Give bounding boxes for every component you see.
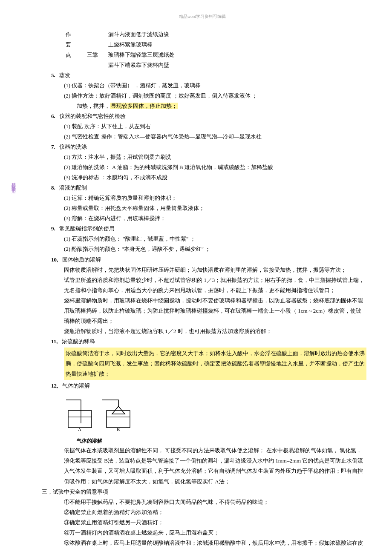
cell: 点	[64, 50, 85, 60]
item-title: 常见酸碱指示剂的使用	[59, 225, 115, 232]
cell	[64, 60, 85, 70]
cell: 上烧杯紧靠玻璃棒	[107, 40, 366, 50]
highlight: 显现较多固体，停止加热；	[110, 103, 178, 109]
item-title: 仪器的洗涤	[59, 144, 87, 150]
item-number: 12,	[51, 382, 58, 389]
sub-line: (3) 洗净的标志 ：水膜均匀，不成滴不成股	[64, 172, 366, 183]
item-number: 7.	[51, 144, 55, 150]
bullet: ④万一酒精灯内的酒精洒在桌上燃烧起来，应马上用湿布盖灭；	[64, 528, 366, 538]
paragraph-highlight: 浓硫酸简洁溶于水，同时放出大量热，它的密度又大于水；如将水注入酸中，水会浮在硫酸…	[64, 348, 366, 380]
paragraph: 烧杯里溶解物质时，用玻璃棒在烧杯中绕圈搅动，搅动时不要使玻璃棒和器壁撞击，以防止…	[64, 296, 366, 326]
sub-line: (2) 气密性检查 操作：管端入水—使容器内气体受热—显现气泡—冷却—显现水柱	[64, 132, 366, 142]
item-5: 5. 蒸发	[51, 70, 366, 80]
sub-line: (3) 溶解：在烧杯内进行，用玻璃棒搅拌；	[64, 213, 366, 224]
sub-line: (1) 仪器：铁架台（带铁圈） ，酒精灯，蒸发皿，玻璃棒	[64, 80, 366, 91]
item-8: 8. 溶液的配制	[51, 183, 366, 193]
diagram-caption: 气体的溶解	[77, 436, 366, 445]
cell	[85, 29, 107, 40]
item-number: 10,	[51, 256, 58, 263]
bullet: ①不能用手接触药品，不要把鼻孔凑到容器口去闻药品的气味，不得尝药品的味道；	[64, 497, 366, 507]
svg-rect-3	[107, 411, 130, 428]
cell	[85, 40, 107, 50]
cell	[85, 60, 107, 70]
bullet: ②确定禁止向燃着的酒精灯内添加酒精；	[64, 507, 366, 517]
cell: 漏斗下端紧靠下烧杯内壁	[107, 60, 366, 70]
item-title: 仪器的装配和气密性的检验	[59, 113, 126, 119]
sub-line: (1) 石蕊指示剂的颜色： "酸里红，碱里蓝，中性紫" ；	[64, 234, 366, 244]
item-number: 11,	[51, 338, 58, 345]
highlight-block: 浓硫酸简洁溶于水，同时放出大量热，它的密度又大于水；如将水注入酸中，水会浮在硫酸…	[64, 348, 366, 380]
sub-line: (2) 称量或量取：用托盘天平称量固体，用量筒量取液体；	[64, 203, 366, 213]
item-number: 8.	[51, 184, 55, 191]
page-header: 精品word学习资料可编辑	[38, 13, 366, 21]
item-11: 11, 浓硫酸的稀释	[51, 336, 366, 347]
item-title: 蒸发	[59, 72, 70, 78]
paragraph: 烧瓶溶解物质时，当溶液不超过烧瓶容积 1／2 时，也可用振荡方法加速溶质的溶解；	[64, 326, 366, 336]
sub-line: 加热，搅拌，显现较多固体，停止加热；	[77, 101, 366, 111]
gas-dissolve-diagram: A B	[64, 394, 141, 432]
item-title: 溶液的配制	[59, 184, 87, 191]
item-title: 气体的溶解	[62, 382, 90, 389]
sub-line: (1) 装配 次序：从下往上，从左到右	[64, 121, 366, 132]
item-10: 10, 固体物质的溶解	[51, 255, 366, 265]
paragraph: 试管里所盛的溶质和溶剂总量较少时，不超过试管容积的 1／3；就用振荡的方法；用右…	[64, 275, 366, 296]
requirement-table: 作 漏斗内液面低于滤纸边缘 要 上烧杯紧靠玻璃棒 点 三靠 玻璃棒下端轻靠三层滤…	[64, 29, 366, 70]
paragraph: 固体物质溶解时，先把块状固体用研钵压碎并研细；为加快溶质在溶剂里的溶解，常接受加…	[64, 265, 366, 275]
cell: 要	[64, 40, 85, 50]
svg-text:B: B	[117, 427, 120, 432]
item-number: 5.	[51, 72, 55, 78]
bullet: ⑤浓酸洒在桌上时，应马上用适量的碳酸钠溶液中和；浓碱液用稀醋酸中和，然后用水冲洗…	[64, 538, 366, 546]
item-title: 浓硫酸的稀释	[62, 338, 95, 345]
cell: 玻璃棒下端轻靠三层滤纸处	[107, 50, 366, 60]
svg-rect-0	[68, 411, 92, 428]
sub-line: (1) 方法：注水半，振荡；用试管刷柔力刷洗	[64, 152, 366, 162]
sub-line: (1) 运算：精确运算溶质的质量和溶剂的体积；	[64, 193, 366, 203]
item-12: 12, 气体的溶解	[51, 381, 366, 391]
item-number: 6.	[51, 113, 55, 119]
cell: 作	[64, 29, 85, 40]
sub-line: (2) 操作方法：放好酒精灯，调剂铁圈的高度 ；放好蒸发皿，倒入待蒸发液体 ；	[64, 91, 366, 101]
text: 加热，搅拌，	[77, 103, 110, 109]
cell: 三靠	[85, 50, 107, 60]
item-7: 7. 仪器的洗涤	[51, 142, 366, 152]
cell: 漏斗内液面低于滤纸边缘	[107, 29, 366, 40]
sub-line: (2) 酚酞指示剂的颜色："本身无色，遇酸不变，遇碱变红" ；	[64, 244, 366, 254]
item-9: 9. 常见酸碱指示剂的使用	[51, 224, 366, 234]
side-watermark: 精品好资料学习书店	[9, 179, 17, 187]
section-3-head: 三，试验中安全的留意事项	[42, 487, 366, 497]
paragraph: 依据气体在水或吸取剂里的溶解性不同， 可接受不同的方法来吸取气体使之溶解； 在水…	[64, 445, 366, 486]
svg-text:A: A	[78, 427, 81, 432]
sub-line: (2) 难溶物的洗涤： A 油脂：热的纯碱或洗涤剂 B 难溶氧化物，碱或碳酸盐：…	[64, 162, 366, 172]
bullet: ③确定禁止用酒精灯引燃另一只酒精灯；	[64, 517, 366, 528]
item-number: 9.	[51, 225, 55, 232]
item-6: 6. 仪器的装配和气密性的检验	[51, 111, 366, 121]
item-title: 固体物质的溶解	[62, 256, 101, 263]
